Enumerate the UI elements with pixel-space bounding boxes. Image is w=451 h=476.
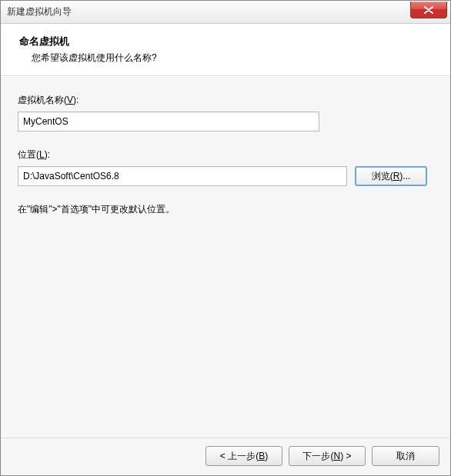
back-button[interactable]: < 上一步(B) xyxy=(205,446,282,466)
close-button[interactable] xyxy=(410,2,447,18)
location-label: 位置(L): xyxy=(18,148,436,161)
wizard-footer: < 上一步(B) 下一步(N) > 取消 xyxy=(1,438,450,475)
cancel-button[interactable]: 取消 xyxy=(372,446,439,466)
titlebar: 新建虚拟机向导 xyxy=(1,1,450,24)
window-title: 新建虚拟机向导 xyxy=(7,5,72,18)
vm-name-label: 虚拟机名称(V): xyxy=(18,94,436,107)
wizard-body: 虚拟机名称(V): 位置(L): 浏览(R)... 在"编辑">"首选项"中可更… xyxy=(1,76,450,438)
vm-name-input[interactable] xyxy=(18,112,319,131)
browse-button[interactable]: 浏览(R)... xyxy=(355,166,427,186)
wizard-header: 命名虚拟机 您希望该虚拟机使用什么名称? xyxy=(1,24,450,76)
header-subtitle: 您希望该虚拟机使用什么名称? xyxy=(19,52,436,65)
location-input[interactable] xyxy=(18,166,347,186)
next-button[interactable]: 下一步(N) > xyxy=(289,446,366,466)
hint-text: 在"编辑">"首选项"中可更改默认位置。 xyxy=(18,203,436,216)
wizard-window: 新建虚拟机向导 命名虚拟机 您希望该虚拟机使用什么名称? 虚拟机名称(V): 位… xyxy=(0,0,451,476)
close-icon xyxy=(424,6,433,14)
header-title: 命名虚拟机 xyxy=(19,35,436,48)
